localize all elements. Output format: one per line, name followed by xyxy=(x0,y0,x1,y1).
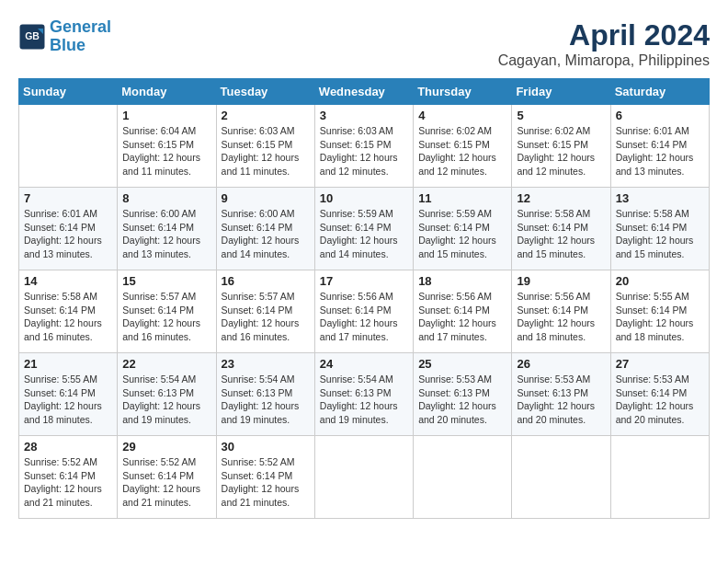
week-row-3: 14Sunrise: 5:58 AMSunset: 6:14 PMDayligh… xyxy=(19,270,710,353)
calendar-cell: 18Sunrise: 5:56 AMSunset: 6:14 PMDayligh… xyxy=(414,270,512,353)
day-number: 12 xyxy=(517,191,605,205)
day-number: 2 xyxy=(222,109,310,122)
day-number: 21 xyxy=(24,357,112,371)
day-info: Sunrise: 5:54 AMSunset: 6:13 PMDaylight:… xyxy=(222,373,310,427)
day-info: Sunrise: 5:52 AMSunset: 6:14 PMDaylight:… xyxy=(122,455,210,510)
day-info: Sunrise: 5:58 AMSunset: 6:14 PMDaylight:… xyxy=(517,207,605,261)
header-day-tuesday: Tuesday xyxy=(216,79,314,105)
calendar-cell: 7Sunrise: 6:01 AMSunset: 6:14 PMDaylight… xyxy=(19,188,118,270)
day-number: 24 xyxy=(320,357,408,371)
day-number: 23 xyxy=(222,357,310,371)
logo-icon: GB xyxy=(18,23,46,51)
day-number: 7 xyxy=(24,191,112,205)
day-number: 27 xyxy=(616,357,704,371)
day-info: Sunrise: 5:53 AMSunset: 6:13 PMDaylight:… xyxy=(517,373,605,427)
calendar-cell: 8Sunrise: 6:00 AMSunset: 6:14 PMDaylight… xyxy=(118,188,216,270)
day-number: 8 xyxy=(122,191,210,205)
header-day-monday: Monday xyxy=(118,79,216,105)
day-info: Sunrise: 5:56 AMSunset: 6:14 PMDaylight:… xyxy=(517,290,605,344)
day-info: Sunrise: 5:55 AMSunset: 6:14 PMDaylight:… xyxy=(24,373,112,427)
calendar-cell: 22Sunrise: 5:54 AMSunset: 6:13 PMDayligh… xyxy=(118,353,216,436)
day-number: 1 xyxy=(122,109,210,122)
day-info: Sunrise: 5:54 AMSunset: 6:13 PMDaylight:… xyxy=(122,373,210,427)
calendar-cell: 25Sunrise: 5:53 AMSunset: 6:13 PMDayligh… xyxy=(414,353,512,436)
day-info: Sunrise: 6:03 AMSunset: 6:15 PMDaylight:… xyxy=(320,124,408,178)
header-day-saturday: Saturday xyxy=(610,79,709,105)
day-number: 5 xyxy=(517,109,605,122)
day-info: Sunrise: 5:53 AMSunset: 6:14 PMDaylight:… xyxy=(616,373,704,427)
header-day-friday: Friday xyxy=(512,79,610,105)
day-info: Sunrise: 5:52 AMSunset: 6:14 PMDaylight:… xyxy=(24,455,112,510)
calendar-cell: 6Sunrise: 6:01 AMSunset: 6:14 PMDaylight… xyxy=(610,105,709,188)
day-info: Sunrise: 6:03 AMSunset: 6:15 PMDaylight:… xyxy=(222,124,310,178)
day-number: 19 xyxy=(517,274,605,288)
day-number: 18 xyxy=(418,274,506,288)
day-info: Sunrise: 6:02 AMSunset: 6:15 PMDaylight:… xyxy=(517,124,605,178)
calendar-cell: 15Sunrise: 5:57 AMSunset: 6:14 PMDayligh… xyxy=(118,270,216,353)
calendar-table: SundayMondayTuesdayWednesdayThursdayFrid… xyxy=(18,78,710,519)
calendar-cell xyxy=(610,436,709,519)
day-info: Sunrise: 5:54 AMSunset: 6:13 PMDaylight:… xyxy=(320,373,408,427)
day-info: Sunrise: 6:01 AMSunset: 6:14 PMDaylight:… xyxy=(24,207,112,261)
day-number: 30 xyxy=(222,440,310,454)
day-info: Sunrise: 5:58 AMSunset: 6:14 PMDaylight:… xyxy=(24,290,112,344)
day-number: 28 xyxy=(24,440,112,454)
day-number: 17 xyxy=(320,274,408,288)
calendar-cell: 9Sunrise: 6:00 AMSunset: 6:14 PMDaylight… xyxy=(216,188,314,270)
title-block: April 2024 Cagayan, Mimaropa, Philippine… xyxy=(498,18,710,69)
header-day-wednesday: Wednesday xyxy=(314,79,413,105)
header-row: SundayMondayTuesdayWednesdayThursdayFrid… xyxy=(19,79,710,105)
day-number: 14 xyxy=(24,274,112,288)
calendar-cell: 2Sunrise: 6:03 AMSunset: 6:15 PMDaylight… xyxy=(216,105,314,188)
page-subtitle: Cagayan, Mimaropa, Philippines xyxy=(498,52,710,69)
calendar-cell: 11Sunrise: 5:59 AMSunset: 6:14 PMDayligh… xyxy=(414,188,512,270)
calendar-cell: 10Sunrise: 5:59 AMSunset: 6:14 PMDayligh… xyxy=(314,188,413,270)
day-info: Sunrise: 6:02 AMSunset: 6:15 PMDaylight:… xyxy=(418,124,506,178)
calendar-cell: 12Sunrise: 5:58 AMSunset: 6:14 PMDayligh… xyxy=(512,188,610,270)
day-info: Sunrise: 5:55 AMSunset: 6:14 PMDaylight:… xyxy=(616,290,704,344)
day-number: 29 xyxy=(122,440,210,454)
header-day-sunday: Sunday xyxy=(19,79,118,105)
day-number: 10 xyxy=(320,191,408,205)
calendar-cell: 5Sunrise: 6:02 AMSunset: 6:15 PMDaylight… xyxy=(512,105,610,188)
week-row-4: 21Sunrise: 5:55 AMSunset: 6:14 PMDayligh… xyxy=(19,353,710,436)
day-info: Sunrise: 5:53 AMSunset: 6:13 PMDaylight:… xyxy=(418,373,506,427)
day-info: Sunrise: 6:04 AMSunset: 6:15 PMDaylight:… xyxy=(122,124,210,178)
day-info: Sunrise: 5:59 AMSunset: 6:14 PMDaylight:… xyxy=(418,207,506,261)
header-day-thursday: Thursday xyxy=(414,79,512,105)
day-info: Sunrise: 6:00 AMSunset: 6:14 PMDaylight:… xyxy=(122,207,210,261)
day-info: Sunrise: 5:52 AMSunset: 6:14 PMDaylight:… xyxy=(222,455,310,510)
calendar-cell: 20Sunrise: 5:55 AMSunset: 6:14 PMDayligh… xyxy=(610,270,709,353)
calendar-cell: 19Sunrise: 5:56 AMSunset: 6:14 PMDayligh… xyxy=(512,270,610,353)
week-row-1: 1Sunrise: 6:04 AMSunset: 6:15 PMDaylight… xyxy=(19,105,710,188)
day-info: Sunrise: 5:57 AMSunset: 6:14 PMDaylight:… xyxy=(222,290,310,344)
calendar-cell: 21Sunrise: 5:55 AMSunset: 6:14 PMDayligh… xyxy=(19,353,118,436)
calendar-cell: 30Sunrise: 5:52 AMSunset: 6:14 PMDayligh… xyxy=(216,436,314,519)
day-number: 6 xyxy=(616,109,704,122)
day-info: Sunrise: 6:01 AMSunset: 6:14 PMDaylight:… xyxy=(616,124,704,178)
logo: GB GeneralBlue xyxy=(18,18,111,55)
calendar-cell: 23Sunrise: 5:54 AMSunset: 6:13 PMDayligh… xyxy=(216,353,314,436)
day-info: Sunrise: 5:56 AMSunset: 6:14 PMDaylight:… xyxy=(418,290,506,344)
day-number: 15 xyxy=(122,274,210,288)
calendar-cell: 3Sunrise: 6:03 AMSunset: 6:15 PMDaylight… xyxy=(314,105,413,188)
calendar-cell xyxy=(314,436,413,519)
calendar-cell: 13Sunrise: 5:58 AMSunset: 6:14 PMDayligh… xyxy=(610,188,709,270)
day-info: Sunrise: 6:00 AMSunset: 6:14 PMDaylight:… xyxy=(222,207,310,261)
calendar-cell: 28Sunrise: 5:52 AMSunset: 6:14 PMDayligh… xyxy=(19,436,118,519)
calendar-cell: 27Sunrise: 5:53 AMSunset: 6:14 PMDayligh… xyxy=(610,353,709,436)
week-row-5: 28Sunrise: 5:52 AMSunset: 6:14 PMDayligh… xyxy=(19,436,710,519)
page-title: April 2024 xyxy=(498,18,710,52)
day-number: 26 xyxy=(517,357,605,371)
day-number: 22 xyxy=(122,357,210,371)
day-number: 11 xyxy=(418,191,506,205)
day-info: Sunrise: 5:58 AMSunset: 6:14 PMDaylight:… xyxy=(616,207,704,261)
day-number: 20 xyxy=(616,274,704,288)
calendar-cell: 29Sunrise: 5:52 AMSunset: 6:14 PMDayligh… xyxy=(118,436,216,519)
logo-name: GeneralBlue xyxy=(50,18,111,55)
calendar-cell: 26Sunrise: 5:53 AMSunset: 6:13 PMDayligh… xyxy=(512,353,610,436)
day-number: 4 xyxy=(418,109,506,122)
calendar-cell: 24Sunrise: 5:54 AMSunset: 6:13 PMDayligh… xyxy=(314,353,413,436)
day-number: 3 xyxy=(320,109,408,122)
calendar-cell: 1Sunrise: 6:04 AMSunset: 6:15 PMDaylight… xyxy=(118,105,216,188)
